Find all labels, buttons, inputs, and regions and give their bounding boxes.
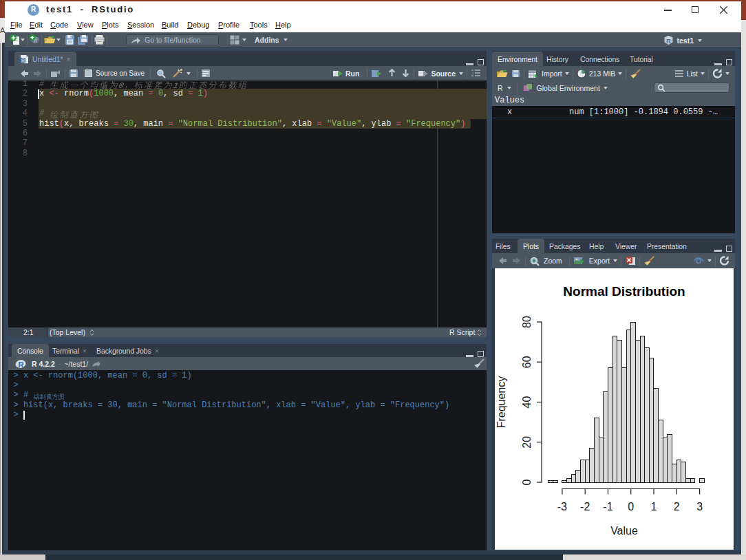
svg-text:-3: -3	[557, 501, 567, 513]
svg-text:Value: Value	[610, 525, 638, 537]
svg-text:20: 20	[521, 436, 533, 449]
svg-text:3: 3	[696, 501, 703, 513]
svg-text:Frequency: Frequency	[495, 376, 507, 429]
svg-text:-2: -2	[580, 501, 590, 513]
svg-text:R: R	[19, 360, 24, 369]
svg-text:80: 80	[521, 316, 533, 328]
svg-text:40: 40	[521, 396, 533, 409]
svg-text:R: R	[667, 38, 672, 45]
svg-text:2: 2	[674, 501, 680, 513]
svg-text:0: 0	[521, 479, 533, 485]
svg-text:-1: -1	[603, 501, 612, 513]
svg-text:1: 1	[651, 501, 657, 513]
svg-text:R: R	[21, 58, 25, 63]
svg-text:0: 0	[628, 501, 634, 513]
svg-text:Normal Distribution: Normal Distribution	[563, 284, 685, 299]
svg-text:60: 60	[521, 356, 533, 368]
